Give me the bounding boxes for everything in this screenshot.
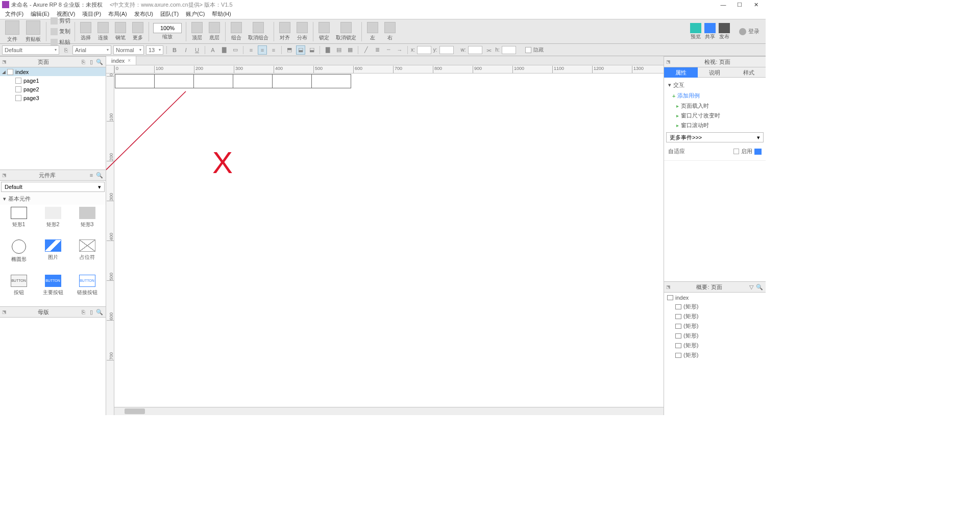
event-onload[interactable]: ▸页面载入时 [664,101,766,111]
w-input[interactable] [468,46,482,54]
login-button[interactable]: 登录 [733,28,760,35]
close-tab-icon[interactable]: × [128,58,131,63]
canvas-table[interactable] [115,74,351,88]
more-events-select[interactable]: 更多事件>>>▾ [666,132,764,142]
bold-button[interactable]: B [170,45,179,55]
search-masters-icon[interactable]: 🔍 [95,308,104,316]
valign-top-button[interactable]: ⬒ [285,45,294,55]
canvas-red-line[interactable] [106,74,288,278]
maximize-button[interactable]: ☐ [736,1,743,8]
publish-button[interactable]: 发布 [719,23,730,40]
fill-button[interactable]: ▇ [323,45,332,55]
library-select[interactable]: Default▾ [1,182,105,192]
tb-pen[interactable]: 钢笔 [112,22,129,41]
tb-clipboard[interactable]: 剪贴板 [22,20,44,43]
menu-help[interactable]: 帮助(H) [209,9,234,19]
align-right-button[interactable]: ≡ [269,45,278,55]
tb-align[interactable]: 对齐 [276,22,293,41]
search-library-icon[interactable]: 🔍 [95,172,104,179]
border-color-button[interactable]: ▭ [231,45,240,55]
interactions-section[interactable]: ▾交互 [664,80,766,90]
tb-lock[interactable]: 锁定 [315,22,333,41]
valign-middle-button[interactable]: ⬓ [296,45,305,55]
underline-button[interactable]: U [192,45,202,55]
tab-notes[interactable]: 说明 [698,67,731,78]
share-button[interactable]: 共享 [704,23,716,40]
pin-icon[interactable]: ⬔ [2,173,7,178]
event-onscroll[interactable]: ▸窗口滚动时 [664,120,766,130]
menu-team[interactable]: 团队(T) [157,9,182,19]
widget-button-primary[interactable]: BUTTON主要按钮 [36,275,69,304]
page-item-3[interactable]: page3 [0,93,106,102]
page-item-2[interactable]: page2 [0,85,106,93]
tb-connect[interactable]: 连接 [94,22,112,41]
widget-ellipse[interactable]: 椭圆形 [2,239,35,271]
add-case-button[interactable]: +添加用例 [664,90,766,101]
tb-file[interactable]: 文件 [2,20,22,43]
outline-item[interactable]: (矩形) [664,331,766,341]
adaptive-settings-icon[interactable] [754,149,762,155]
h-input[interactable] [502,46,516,54]
page-item-1[interactable]: page1 [0,76,106,85]
outline-root[interactable]: index [664,294,766,302]
pin-icon[interactable]: ⬔ [2,309,7,315]
zoom-input[interactable] [153,23,182,33]
table-cell[interactable] [233,74,273,88]
canvas-x-text[interactable]: X [212,145,233,180]
tab-properties[interactable]: 属性 [664,67,698,78]
style-select[interactable]: Default▾ [2,45,59,55]
page-item-index[interactable]: ◢index [0,67,106,76]
bg-color-button[interactable]: ▇ [219,45,229,55]
outline-item[interactable]: (矩形) [664,321,766,331]
table-cell[interactable] [154,74,194,88]
linewidth-button[interactable]: ≣ [373,45,382,55]
ruler-horizontal[interactable]: 0100200300400500600700800900100011001200… [114,65,664,74]
add-master-folder-icon[interactable]: ▯ [87,308,95,316]
menu-file[interactable]: 文件(F) [2,9,27,19]
search-outline-icon[interactable]: 🔍 [755,283,764,291]
table-cell[interactable] [311,74,351,88]
tb-bottom[interactable]: 底层 [206,22,223,41]
tb-group[interactable]: 组合 [228,22,245,41]
align-center-button[interactable]: ≡ [258,45,267,55]
tb-top[interactable]: 顶层 [188,22,206,41]
ruler-vertical[interactable]: 0100200300400500600700 [106,74,114,415]
style-copy-icon[interactable]: ⎘ [61,45,70,55]
x-input[interactable] [417,46,431,54]
widget-image[interactable]: 图片 [36,239,69,271]
adaptive-checkbox[interactable] [733,149,739,154]
text-color-button[interactable]: A [208,45,217,55]
weight-select[interactable]: Normal▾ [113,45,144,55]
search-pages-icon[interactable]: 🔍 [95,58,104,65]
widget-placeholder[interactable]: 占位符 [70,239,104,271]
valign-bottom-button[interactable]: ⬓ [307,45,316,55]
tb-more[interactable]: 更多 [129,22,146,41]
canvas[interactable]: 0100200300400500600700800900100011001200… [106,65,664,415]
hidden-checkbox[interactable] [525,47,531,53]
tb-distribute[interactable]: 分布 [293,22,311,41]
line-button[interactable]: ╱ [361,45,371,55]
library-category[interactable]: ▾基本元件 [0,193,106,205]
canvas-content[interactable]: X [114,74,664,407]
outline-item[interactable]: (矩形) [664,350,766,360]
widget-rect2[interactable]: 矩形2 [36,207,69,236]
widget-rect3[interactable]: 矩形3 [70,207,104,236]
add-folder-icon[interactable]: ▯ [87,58,95,65]
tb-unlock[interactable]: 取消锁定 [333,22,359,41]
canvas-tab-index[interactable]: index× [106,56,136,65]
h-scrollbar[interactable] [114,407,664,415]
add-master-icon[interactable]: ⎘ [79,308,87,316]
font-select[interactable]: Arial▾ [72,45,111,55]
tb-cut[interactable]: 剪切 [48,16,72,26]
lock-ratio-icon[interactable]: ⫘ [484,45,494,55]
minimize-button[interactable]: — [720,1,727,8]
widget-button[interactable]: BUTTON按钮 [2,275,35,304]
italic-button[interactable]: I [181,45,190,55]
tb-left[interactable]: 左 [364,22,381,41]
gradient-button[interactable]: ▤ [334,45,344,55]
shadow-button[interactable]: ▦ [346,45,355,55]
tab-style[interactable]: 样式 [732,67,766,78]
widget-rect1[interactable]: 矩形1 [2,207,35,236]
pin-icon[interactable]: ⬔ [666,59,671,64]
table-cell[interactable] [193,74,233,88]
